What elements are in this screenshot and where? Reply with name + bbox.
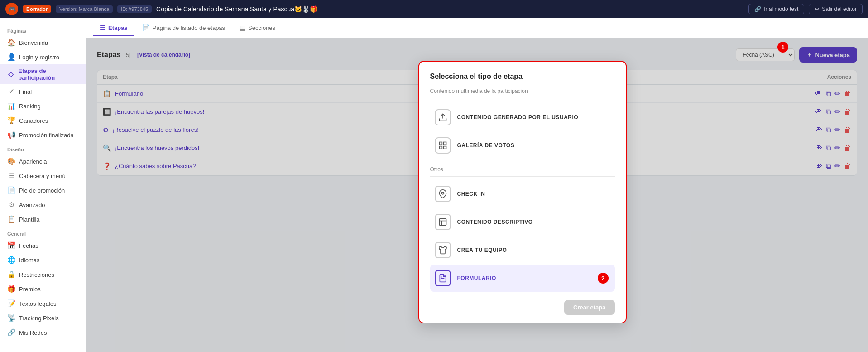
- advanced-icon: ⚙: [7, 201, 15, 209]
- sidebar-item-restricciones[interactable]: 🔒 Restricciones: [0, 267, 86, 282]
- main-content: ☰ Etapas 📄 Página de listado de etapas ▦…: [86, 18, 868, 352]
- annotation-badge-2: 2: [598, 273, 609, 284]
- restrictions-icon: 🔒: [7, 270, 15, 279]
- tab-etapas[interactable]: ☰ Etapas: [93, 20, 134, 36]
- version-badge: Versión: Marca Blanca: [56, 5, 113, 13]
- svg-rect-4: [439, 146, 442, 149]
- tab-listado-icon: 📄: [142, 24, 150, 31]
- stages-icon: ◇: [7, 70, 14, 78]
- modal-footer: Crear etapa: [430, 293, 615, 315]
- ranking-icon: 📊: [7, 102, 15, 110]
- modal-item-ugc[interactable]: CONTENIDO GENERADO POR EL USUARIO: [430, 104, 615, 131]
- sidebar-item-redes[interactable]: 🔗 Mis Redes: [0, 325, 86, 340]
- tab-secciones-icon: ▦: [240, 24, 245, 31]
- sidebar-item-pie[interactable]: 📄 Pie de promoción: [0, 183, 86, 198]
- sidebar-section-pages: Páginas: [0, 24, 86, 35]
- template-icon: 📋: [7, 215, 15, 223]
- tab-secciones[interactable]: ▦ Secciones: [233, 20, 282, 36]
- select-stage-type-modal: ➜ Selecciona el tipo de etapa Contenido …: [418, 61, 627, 323]
- promo-icon: 📢: [7, 131, 15, 139]
- formulario-modal-icon: [435, 270, 451, 286]
- svg-rect-2: [443, 142, 446, 145]
- content-area: Etapas [5] [Vista de calendario] Fecha (…: [86, 38, 868, 352]
- languages-icon: 🌐: [7, 256, 15, 264]
- ugc-icon: [435, 109, 451, 125]
- test-icon: 🔗: [754, 6, 761, 12]
- equipo-icon: [435, 242, 451, 258]
- svg-point-5: [441, 192, 444, 194]
- sidebar-item-bienvenida[interactable]: 🏠 Bienvenida: [0, 35, 86, 50]
- descriptivo-icon: [435, 214, 451, 230]
- social-icon: 🔗: [7, 328, 15, 337]
- sidebar-item-tracking[interactable]: 📡 Tracking Pixels: [0, 311, 86, 325]
- sidebar-item-final[interactable]: ✔ Final: [0, 84, 86, 99]
- modal-item-descriptivo[interactable]: CONTENIDO DESCRIPTIVO: [430, 208, 615, 236]
- footer-icon: 📄: [7, 186, 15, 194]
- trophy-icon: 🏆: [7, 116, 15, 125]
- modal-others-label: Otros: [430, 166, 615, 177]
- crear-etapa-button[interactable]: Crear etapa: [564, 300, 615, 315]
- sidebar-item-login[interactable]: 👤 Login y registro: [0, 50, 86, 64]
- sidebar-item-avanzado[interactable]: ⚙ Avanzado: [0, 198, 86, 212]
- tracking-icon: 📡: [7, 314, 15, 322]
- sidebar-item-ranking[interactable]: 📊 Ranking: [0, 99, 86, 113]
- sidebar-item-textos[interactable]: 📝 Textos legales: [0, 296, 86, 311]
- modal-item-formulario[interactable]: FORMULARIO 2: [430, 265, 615, 292]
- annotation-badge-1: 1: [777, 42, 788, 53]
- galeria-icon: [435, 137, 451, 154]
- svg-rect-3: [443, 146, 446, 149]
- tab-listado[interactable]: 📄 Página de listado de etapas: [136, 20, 231, 36]
- modal-title: Selecciona el tipo de etapa: [430, 72, 615, 81]
- sidebar-item-plantilla[interactable]: 📋 Plantilla: [0, 212, 86, 227]
- sidebar-item-etapas[interactable]: ◇ Etapas de participación: [0, 64, 86, 84]
- sidebar-section-diseno: Diseño: [0, 142, 86, 154]
- modal-item-equipo[interactable]: CREA TU EQUIPO: [430, 236, 615, 264]
- sidebar: Páginas 🏠 Bienvenida 👤 Login y registro …: [0, 18, 86, 352]
- modal-multimedia-label: Contenido multimedia de la participación: [430, 88, 615, 98]
- check-icon: ✔: [7, 87, 15, 96]
- sidebar-section-general: General: [0, 227, 86, 238]
- header-icon: ☰: [7, 172, 15, 180]
- checkin-icon: [435, 186, 451, 202]
- modal-item-checkin[interactable]: CHECK IN: [430, 180, 615, 207]
- red-arrow: ➜: [610, 61, 623, 61]
- sidebar-item-idiomas[interactable]: 🌐 Idiomas: [0, 253, 86, 267]
- exit-icon: ↩: [815, 6, 819, 12]
- topbar: 🎮 Borrador Versión: Marca Blanca ID: #97…: [0, 0, 868, 18]
- borrador-badge: Borrador: [23, 5, 51, 13]
- tabs-bar: ☰ Etapas 📄 Página de listado de etapas ▦…: [86, 18, 868, 38]
- sidebar-item-apariencia[interactable]: 🎨 Apariencia: [0, 154, 86, 169]
- svg-rect-6: [439, 219, 446, 226]
- modal-overlay: 1 ➜ Selecciona el tipo de etapa Contenid…: [86, 38, 868, 352]
- exit-editor-button[interactable]: ↩ Salir del editor: [809, 4, 863, 14]
- sidebar-item-cabecera[interactable]: ☰ Cabecera y menú: [0, 169, 86, 183]
- home-icon: 🏠: [7, 39, 15, 47]
- svg-rect-1: [439, 142, 442, 145]
- dates-icon: 📅: [7, 241, 15, 250]
- tab-etapas-icon: ☰: [100, 24, 106, 31]
- test-mode-button[interactable]: 🔗 Ir al modo test: [748, 4, 804, 14]
- prizes-icon: 🎁: [7, 285, 15, 293]
- topbar-logo: 🎮: [5, 3, 18, 15]
- sidebar-item-promo-finalizada[interactable]: 📢 Promoción finalizada: [0, 128, 86, 142]
- id-badge: ID: #973845: [117, 5, 152, 13]
- legal-icon: 📝: [7, 299, 15, 308]
- modal-item-galeria[interactable]: GALERÍA DE VOTOS: [430, 132, 615, 159]
- page-title: Copia de Calendario de Semana Santa y Pa…: [156, 5, 744, 13]
- user-icon: 👤: [7, 53, 15, 61]
- sidebar-item-ganadores[interactable]: 🏆 Ganadores: [0, 113, 86, 128]
- sidebar-item-premios[interactable]: 🎁 Premios: [0, 282, 86, 296]
- appearance-icon: 🎨: [7, 157, 15, 165]
- sidebar-item-fechas[interactable]: 📅 Fechas: [0, 238, 86, 253]
